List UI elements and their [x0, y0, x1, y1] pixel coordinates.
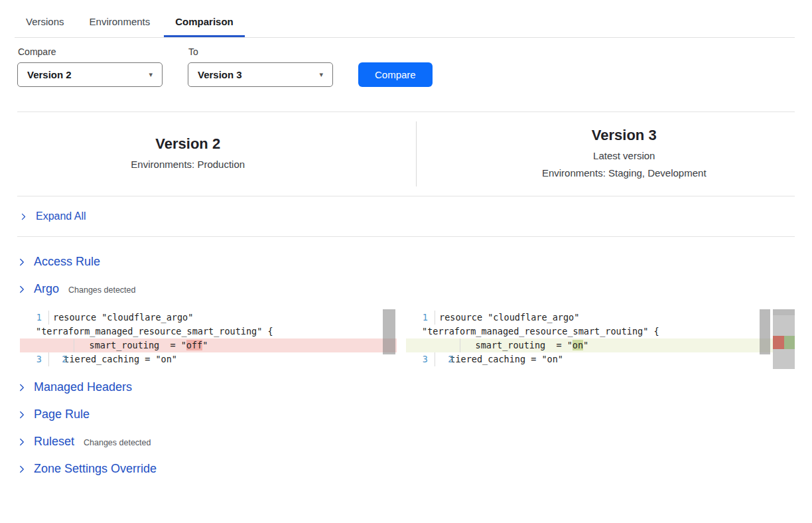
- section-label: Page Rule: [34, 408, 90, 421]
- code-line-wrap: "terraform_managed_resource_smart_routin…: [20, 325, 397, 338]
- chevron-down-icon: ▾: [319, 70, 323, 79]
- code-line-clipped: }: [20, 366, 397, 369]
- compare-to-label: To: [188, 46, 333, 57]
- chevron-right-icon: [18, 437, 26, 447]
- compare-button[interactable]: Compare: [358, 62, 433, 87]
- version-title: Version 2: [17, 135, 359, 153]
- code-line: 3 tiered_caching = "on": [20, 352, 397, 366]
- section-label: Access Rule: [34, 255, 100, 269]
- compare-form: Compare Version 2 ▾ To Version 3 ▾ Compa…: [17, 46, 795, 87]
- line-number: 3: [36, 352, 42, 366]
- section-label: Argo: [34, 282, 59, 296]
- version-title: Version 3: [454, 127, 795, 144]
- chevron-right-icon: [20, 212, 27, 221]
- version-environments: Environments: Staging, Development: [454, 165, 795, 182]
- section-row-ruleset[interactable]: Ruleset Changes detected: [18, 435, 795, 449]
- line-number: 1: [423, 311, 428, 325]
- code-line-removed: 2 − smart_routing = "off": [20, 338, 397, 352]
- version-headers: Version 2 Environments: Production Versi…: [17, 112, 795, 196]
- compare-from-select[interactable]: Version 2 ▾: [17, 62, 163, 87]
- version-subtitle: Environments: Production: [17, 156, 359, 173]
- section-row-access-rule[interactable]: Access Rule: [18, 255, 795, 269]
- diff-minimap[interactable]: [773, 309, 795, 369]
- code-line: 1 resource "cloudflare_argo": [20, 311, 397, 325]
- chevron-right-icon: [18, 258, 26, 267]
- chevron-right-icon: [18, 410, 26, 419]
- argo-diff: 1 resource "cloudflare_argo" "terraform_…: [20, 309, 795, 369]
- section-label: Managed Headers: [34, 380, 132, 394]
- line-number: 3: [423, 352, 428, 366]
- vertical-scrollbar[interactable]: [760, 309, 770, 354]
- code-line: 1 resource "cloudflare_argo": [406, 311, 795, 325]
- section-row-page-rule[interactable]: Page Rule: [18, 408, 795, 421]
- vertical-scrollbar[interactable]: [383, 309, 395, 354]
- diff-pane-left: 1 resource "cloudflare_argo" "terraform_…: [20, 309, 397, 369]
- code-line-clipped: }: [406, 366, 795, 369]
- code-line-wrap: "terraform_managed_resource_smart_routin…: [406, 325, 795, 338]
- removed-token: off: [186, 340, 202, 350]
- section-row-argo[interactable]: Argo Changes detected: [18, 282, 795, 296]
- line-number: 2: [448, 352, 453, 366]
- chevron-down-icon: ▾: [149, 70, 153, 79]
- diff-removed-sign: −: [68, 366, 74, 369]
- changes-detected-badge: Changes detected: [84, 438, 151, 447]
- compare-from-label: Compare: [18, 46, 163, 57]
- diff-pane-right: 1 resource "cloudflare_argo" "terraform_…: [406, 309, 795, 369]
- section-label: Ruleset: [34, 435, 74, 449]
- divider: [17, 236, 795, 237]
- tab-versions[interactable]: Versions: [15, 9, 76, 37]
- added-token: on: [573, 340, 583, 350]
- tab-bar: Versions Environments Comparison: [15, 9, 795, 38]
- line-number: 1: [36, 311, 42, 325]
- compare-to-select[interactable]: Version 3 ▾: [188, 62, 333, 87]
- chevron-right-icon: [18, 383, 26, 392]
- version-header-right: Version 3 Latest version Environments: S…: [417, 127, 795, 182]
- version-subtitle: Latest version: [454, 147, 795, 165]
- code-line: 3 tiered_caching = "on": [406, 352, 795, 366]
- section-label: Zone Settings Override: [34, 462, 157, 476]
- section-row-managed-headers[interactable]: Managed Headers: [18, 380, 795, 394]
- compare-from-value: Version 2: [27, 69, 72, 80]
- compare-to-field: To Version 3 ▾: [188, 46, 333, 87]
- tab-comparison[interactable]: Comparison: [164, 9, 245, 37]
- tab-environments[interactable]: Environments: [78, 9, 162, 37]
- code-line-added: 2 + smart_routing = "on": [406, 338, 795, 352]
- section-row-zone-settings-override[interactable]: Zone Settings Override: [18, 462, 795, 476]
- comparison-page: Versions Environments Comparison Compare…: [0, 9, 812, 476]
- chevron-right-icon: [18, 285, 26, 294]
- line-number: 2: [62, 352, 67, 366]
- minimap-added-marker: [784, 336, 795, 349]
- expand-all-label: Expand All: [36, 210, 86, 222]
- chevron-right-icon: [18, 465, 26, 474]
- changes-detected-badge: Changes detected: [68, 285, 135, 295]
- version-header-left: Version 2 Environments: Production: [17, 135, 416, 173]
- expand-all-button[interactable]: Expand All: [17, 196, 795, 236]
- minimap-removed-marker: [773, 336, 784, 349]
- compare-to-value: Version 3: [198, 69, 242, 80]
- compare-from-field: Compare Version 2 ▾: [17, 46, 163, 87]
- diff-added-sign: +: [454, 366, 460, 369]
- minimap-viewport: [773, 309, 795, 315]
